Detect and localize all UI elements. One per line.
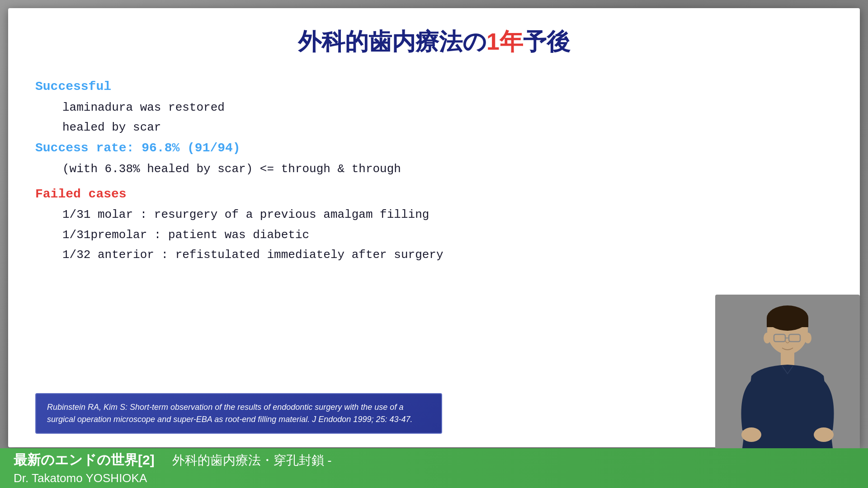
bottom-title-row: 最新のエンドの世界[2] 外科的歯内療法・穿孔封鎖 - [14,451,332,469]
failed-cases-label: Failed cases [35,183,833,205]
presenter-area [715,295,860,448]
svg-point-12 [814,427,834,442]
successful-label: Successful [35,76,833,98]
bottom-subtitle: 外科的歯内療法・穿孔封鎖 - [172,453,332,467]
reference-text: Rubinstein RA, Kim S: Short-term observa… [47,403,412,424]
bottom-title: 最新のエンドの世界[2] [14,452,155,467]
failed-item-3: 1/32 anterior : refistulated immediately… [62,245,833,265]
item-laminadura: laminadura was restored [62,98,833,117]
slide-content: Successful laminadura was restored heale… [35,76,833,393]
success-rate-label: Success rate: 96.8% (91/94) [35,137,833,159]
svg-rect-4 [767,318,808,327]
reference-box: Rubinstein RA, Kim S: Short-term observa… [35,393,442,434]
svg-rect-10 [781,352,794,366]
svg-point-8 [764,333,771,343]
slide-title: 外科的歯内療法の1年予後 [35,26,833,58]
svg-point-11 [741,427,761,442]
bottom-author: Dr. Takatomo YOSHIOKA [14,471,332,485]
svg-point-9 [804,333,811,343]
item-healed-scar: healed by scar [62,117,833,137]
title-part1: 外科的歯内療法の [298,28,486,55]
failed-item-1: 1/31 molar : resurgery of a previous ama… [62,205,833,225]
bottom-separator [156,452,170,467]
title-part2: 予後 [523,28,570,55]
bottom-bar-content: 最新のエンドの世界[2] 外科的歯内療法・穿孔封鎖 - Dr. Takatomo… [14,451,332,485]
bottom-bar: 最新のエンドの世界[2] 外科的歯内療法・穿孔封鎖 - Dr. Takatomo… [0,448,868,488]
success-rate-note: (with 6.38% healed by scar) <= through &… [62,159,833,179]
failed-item-2: 1/31premolar : patient was diabetic [62,225,833,245]
title-highlight: 1年 [486,28,523,55]
presenter-silhouette [715,295,860,448]
